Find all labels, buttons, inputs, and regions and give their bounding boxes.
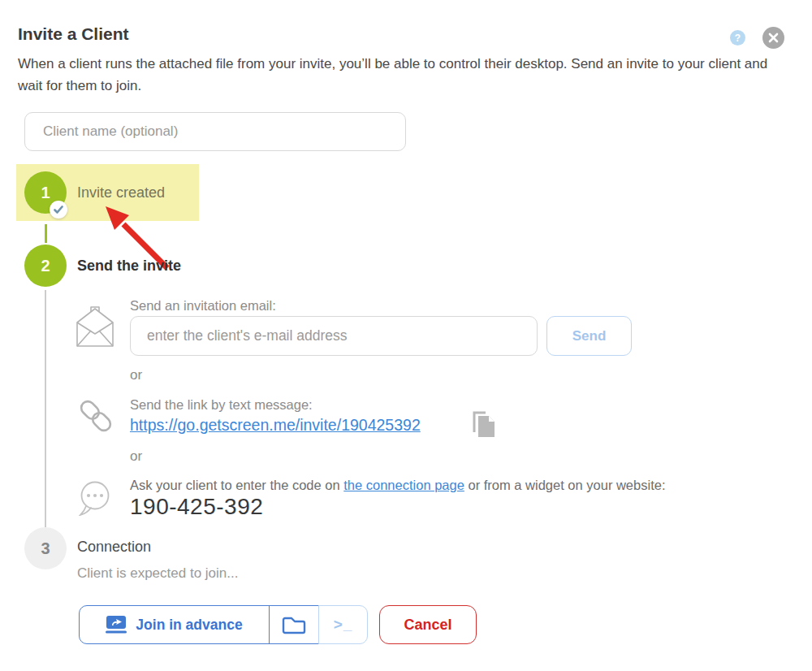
dialog-description: When a client runs the attached file fro… — [18, 53, 789, 97]
connection-page-link[interactable]: the connection page — [343, 478, 464, 492]
step2-label: Send the invite — [77, 258, 181, 275]
chat-code-icon — [78, 480, 112, 516]
stepper-connector-green — [45, 224, 47, 243]
page-title: Invite a Client — [18, 24, 129, 44]
join-in-advance-label: Join in advance — [136, 617, 242, 634]
folder-icon — [282, 615, 306, 634]
step3-circle: 3 — [24, 527, 67, 569]
invite-client-dialog: Invite a Client ? When a client runs the… — [0, 0, 812, 671]
step3-label: Connection — [77, 539, 151, 556]
step3-status: Client is expected to join... — [77, 565, 238, 582]
stepper-connector-gray — [45, 290, 46, 527]
link-section-label: Send the link by text message: — [130, 397, 313, 413]
invite-link[interactable]: https://go.getscreen.me/invite/190425392 — [130, 416, 421, 435]
file-manager-button[interactable] — [269, 605, 319, 644]
step2-circle: 2 — [24, 245, 67, 287]
check-icon — [50, 201, 67, 219]
cancel-button[interactable]: Cancel — [379, 605, 477, 644]
code-text-after: or from a widget on your website: — [464, 478, 666, 492]
invite-code: 190-425-392 — [130, 494, 263, 520]
code-text-before: Ask your client to enter the code on — [130, 478, 343, 492]
or-separator: or — [130, 367, 142, 383]
help-icon[interactable]: ? — [730, 30, 745, 45]
email-input[interactable] — [130, 316, 538, 356]
send-button[interactable]: Send — [546, 316, 632, 356]
or-separator: or — [130, 448, 142, 465]
email-section-label: Send an invitation email: — [130, 298, 276, 314]
close-icon[interactable] — [762, 27, 784, 49]
copy-icon[interactable] — [473, 411, 495, 439]
client-name-input[interactable] — [24, 112, 406, 151]
screen-share-icon — [106, 616, 127, 634]
terminal-button[interactable]: >_ — [318, 605, 368, 644]
terminal-icon: >_ — [334, 616, 353, 634]
email-icon — [76, 305, 114, 348]
join-in-advance-button[interactable]: Join in advance — [79, 605, 270, 644]
close-x-glyph — [768, 32, 779, 43]
code-section-label: Ask your client to enter the code on the… — [130, 478, 666, 493]
link-icon — [79, 397, 113, 435]
